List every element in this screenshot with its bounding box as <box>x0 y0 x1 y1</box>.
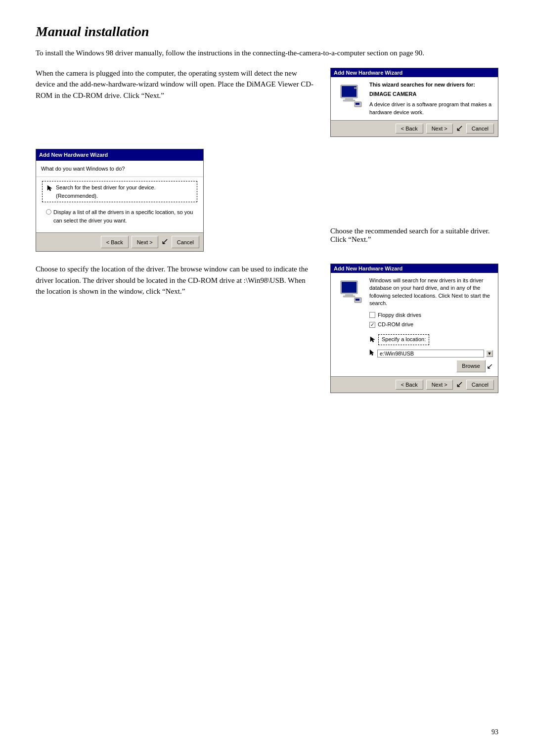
wizard2-cancel-button[interactable]: Cancel <box>172 236 199 248</box>
wizard3-body: Windows will search for new drivers in i… <box>331 273 498 376</box>
wizard3-browse-row: Browse ↙ <box>369 360 493 372</box>
svg-marker-7 <box>47 185 52 191</box>
para3: Choose to specify the location of the dr… <box>36 264 314 297</box>
left-text-1: When the camera is plugged into the comp… <box>36 68 314 137</box>
radio-cursor-icon <box>46 184 53 191</box>
wizard2-next-button[interactable]: Next > <box>132 236 158 248</box>
wizard3-back-button[interactable]: < Back <box>396 380 423 390</box>
wizard1-top-text: This wizard searches for new drivers for… <box>369 81 493 89</box>
wizard2-option1[interactable]: Search for the best driver for your devi… <box>42 181 197 202</box>
intro-paragraph: To install the Windows 98 driver manuall… <box>36 47 498 59</box>
computer-icon-3 <box>338 279 363 304</box>
wizard3-specify-label: Specify a location: <box>378 334 429 345</box>
right-wizard-1: Add New Hardware Wizard <box>330 68 498 137</box>
svg-rect-13 <box>356 299 359 301</box>
svg-marker-14 <box>370 337 375 342</box>
wizard3-intro: Windows will search for new drivers in i… <box>369 277 493 308</box>
wizard3-icon-area <box>336 277 365 372</box>
wizard2-footer: < Back Next > ↙ Cancel <box>36 232 203 251</box>
wizard2-back-button[interactable]: < Back <box>101 236 129 248</box>
wizard3-next-button[interactable]: Next > <box>426 380 453 390</box>
wizard-box-2: Add New Hardware Wizard What do you want… <box>36 149 204 252</box>
bottom-section: Choose to specify the location of the dr… <box>36 264 498 393</box>
svg-marker-15 <box>370 350 374 356</box>
right-wizard-3: Add New Hardware Wizard Windows will sea… <box>330 264 498 393</box>
wizard1-title-bar: Add New Hardware Wizard <box>331 68 498 77</box>
top-section: When the camera is plugged into the comp… <box>36 68 498 137</box>
wizard3-cancel-button[interactable]: Cancel <box>466 380 494 390</box>
wizard3-cdrom-label: CD-ROM drive <box>378 321 413 328</box>
wizard1-icon-area <box>336 81 365 117</box>
wizard3-title-bar: Add New Hardware Wizard <box>331 264 498 273</box>
path-cursor-icon <box>369 349 374 356</box>
wizard3-path-cursor <box>369 349 374 358</box>
para2: Choose the recommended search for a suit… <box>330 227 498 244</box>
wizard3-footer: < Back Next > ↙ Cancel <box>331 376 498 393</box>
wizard1-body: This wizard searches for new drivers for… <box>331 77 498 121</box>
wizard2-radio2[interactable] <box>46 209 51 215</box>
wizard3-floppy-row[interactable]: Floppy disk drives <box>369 311 493 319</box>
wizard3-floppy-label: Floppy disk drives <box>378 311 421 319</box>
wizard3-cdrom-checkbox[interactable] <box>369 322 375 328</box>
svg-rect-11 <box>343 296 355 297</box>
page-number: 93 <box>491 728 498 736</box>
svg-rect-9 <box>342 282 356 293</box>
cursor-icon-3 <box>369 336 376 343</box>
wizard2-option2-text: Display a list of all the drivers in a s… <box>53 208 193 224</box>
wizard3-browse-button[interactable]: Browse <box>456 360 486 372</box>
para1: When the camera is plugged into the comp… <box>36 68 314 101</box>
wizard1-device: DIMAGE CAMERA <box>369 90 493 98</box>
left-text-3: Choose to specify the location of the dr… <box>36 264 314 393</box>
wizard2-option1-text: Search for the best driver for your devi… <box>56 183 193 200</box>
wizard3-floppy-checkbox[interactable] <box>369 312 375 318</box>
wizard3-text-area: Windows will search for new drivers in i… <box>369 277 493 372</box>
wizard3-specify-area: Specify a location: ▼ <box>369 331 493 372</box>
wizard3-path-dropdown[interactable]: ▼ <box>486 350 493 357</box>
wizard2-option2[interactable]: Display a list of all the drivers in a s… <box>42 206 197 226</box>
wizard1-cancel-button[interactable]: Cancel <box>466 124 494 133</box>
svg-rect-10 <box>345 294 353 296</box>
svg-rect-6 <box>356 103 359 105</box>
wizard-box-3: Add New Hardware Wizard Windows will sea… <box>330 264 498 393</box>
cursor-icon-2: ↙ <box>161 235 169 248</box>
middle-section: Add New Hardware Wizard What do you want… <box>36 149 498 252</box>
wizard3-cdrom-row[interactable]: CD-ROM drive <box>369 321 493 328</box>
wizard1-next-button[interactable]: Next > <box>426 124 453 133</box>
wizard3-specify-row: Specify a location: <box>369 331 493 347</box>
right-text-2: Choose the recommended search for a suit… <box>330 149 498 252</box>
wizard2-options: Search for the best driver for your devi… <box>36 177 203 232</box>
cursor-icon-4: ↙ <box>456 379 463 390</box>
wizard1-text: This wizard searches for new drivers for… <box>369 81 493 117</box>
computer-icon <box>338 83 363 108</box>
left-wizard-2: Add New Hardware Wizard What do you want… <box>36 149 314 252</box>
wizard1-desc: A device driver is a software program th… <box>369 101 493 116</box>
svg-rect-2 <box>345 98 353 100</box>
svg-rect-4 <box>354 87 356 89</box>
wizard3-path-row: ▼ <box>369 349 493 358</box>
wizard2-question: What do you want Windows to do? <box>36 161 203 178</box>
wizard3-path-input[interactable] <box>377 350 484 357</box>
wizard-box-1: Add New Hardware Wizard <box>330 68 498 137</box>
cursor-icon-browse: ↙ <box>487 361 493 372</box>
wizard1-footer: < Back Next > ↙ Cancel <box>331 120 498 136</box>
svg-rect-3 <box>343 100 355 101</box>
wizard1-back-button[interactable]: < Back <box>396 124 423 133</box>
page-title: Manual installation <box>36 24 498 40</box>
cursor-icon-1: ↙ <box>456 123 463 133</box>
wizard2-title-bar: Add New Hardware Wizard <box>36 149 203 161</box>
